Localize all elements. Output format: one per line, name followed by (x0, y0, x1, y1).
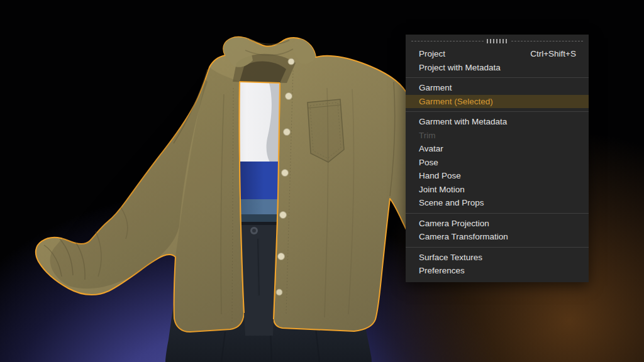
menu-item-garment-with-metadata[interactable]: Garment with Metadata (406, 115, 589, 129)
menu-divider (406, 111, 589, 112)
menu-item-label: Project (419, 47, 445, 61)
menu-item-surface-textures[interactable]: Surface Textures (406, 251, 589, 265)
jeans-button-center (252, 229, 256, 233)
button-2 (286, 93, 292, 100)
menu-item-label: Garment with Metadata (419, 115, 507, 129)
menu-item-label: Trim (419, 129, 436, 143)
menu-item-project[interactable]: ProjectCtrl+Shift+S (406, 47, 589, 61)
menu-item-label: Garment (Selected) (419, 95, 493, 109)
menu-item-preferences[interactable]: Preferences (406, 264, 589, 278)
button-6 (278, 253, 285, 260)
menu-item-camera-transformation[interactable]: Camera Transformation (406, 230, 589, 244)
menu-item-label: Avatar (419, 142, 443, 156)
export-context-menu: ProjectCtrl+Shift+SProject with Metadata… (406, 35, 589, 282)
menu-item-shortcut: Ctrl+Shift+S (530, 47, 576, 61)
button-7 (276, 289, 282, 295)
button-5 (280, 212, 287, 219)
menu-divider (406, 77, 589, 78)
menu-item-label: Joint Motion (419, 183, 465, 197)
tear-off-grip-icon (487, 39, 508, 43)
tear-off-dash-left (411, 41, 484, 41)
tear-off-handle[interactable] (406, 35, 589, 47)
menu-item-joint-motion[interactable]: Joint Motion (406, 183, 589, 197)
menu-body: ProjectCtrl+Shift+SProject with Metadata… (406, 47, 589, 278)
menu-item-scene-and-props[interactable]: Scene and Props (406, 196, 589, 210)
viewport-3d[interactable]: ProjectCtrl+Shift+SProject with Metadata… (0, 0, 644, 362)
menu-item-trim: Trim (406, 129, 589, 143)
menu-item-label: Garment (419, 81, 452, 95)
menu-item-label: Camera Transformation (419, 230, 508, 244)
button-4 (282, 170, 289, 177)
menu-item-label: Scene and Props (419, 196, 484, 210)
menu-item-pose[interactable]: Pose (406, 156, 589, 170)
menu-item-label: Project with Metadata (419, 61, 501, 75)
chest-pocket (308, 99, 344, 162)
menu-item-avatar[interactable]: Avatar (406, 142, 589, 156)
menu-item-hand-pose[interactable]: Hand Pose (406, 169, 589, 183)
menu-item-label: Pose (419, 156, 438, 170)
menu-item-label: Hand Pose (419, 169, 461, 183)
tear-off-dash-right (511, 41, 584, 41)
pocket-outline (308, 99, 344, 162)
menu-item-camera-projection[interactable]: Camera Projection (406, 217, 589, 231)
menu-item-garment[interactable]: Garment (406, 81, 589, 95)
menu-item-label: Surface Textures (419, 251, 482, 265)
menu-item-label: Preferences (419, 264, 465, 278)
button-3 (284, 129, 291, 136)
menu-item-label: Camera Projection (419, 217, 489, 231)
menu-item-garment-selected[interactable]: Garment (Selected) (406, 95, 589, 109)
menu-divider (406, 213, 589, 214)
button-1 (288, 58, 294, 65)
menu-divider (406, 247, 589, 248)
menu-item-project-with-metadata[interactable]: Project with Metadata (406, 61, 589, 75)
